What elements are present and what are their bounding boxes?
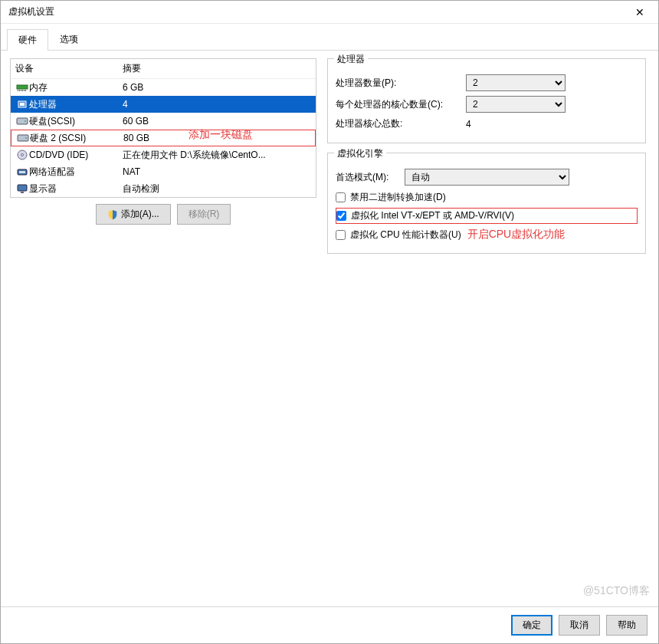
svg-rect-4 <box>22 90 23 91</box>
cb-vt-row[interactable]: 虚拟化 Intel VT-x/EPT 或 AMD-V/RVI(V) <box>336 208 638 224</box>
device-summary: 正在使用文件 D:\系统镜像\CentO... <box>123 149 311 162</box>
device-summary: 4 <box>123 99 311 110</box>
device-panel: 设备 摘要 内存6 GB处理器4硬盘(SCSI)60 GB硬盘 2 (SCSI)… <box>10 58 316 198</box>
display-icon <box>15 183 29 194</box>
mode-select[interactable]: 自动 <box>405 169 569 186</box>
annotation-enable-vt: 开启CPU虚拟化功能 <box>467 228 566 242</box>
ok-button[interactable]: 确定 <box>511 615 552 636</box>
cb-vt[interactable] <box>336 211 346 221</box>
svg-rect-2 <box>19 90 20 91</box>
device-row-memory[interactable]: 内存6 GB <box>11 79 316 96</box>
svg-point-12 <box>25 137 27 139</box>
svg-rect-6 <box>25 90 26 91</box>
cb-perf-row[interactable]: 虚拟化 CPU 性能计数器(U) 开启CPU虚拟化功能 <box>336 227 638 242</box>
bottom-bar: 确定 取消 帮助 <box>1 606 658 643</box>
cb-disable-binary-label: 禁用二进制转换加速(D) <box>350 191 446 204</box>
device-row-disk[interactable]: 硬盘 2 (SCSI)80 GB <box>11 130 316 146</box>
close-icon[interactable]: ✕ <box>625 6 655 18</box>
right-panel: 处理器 处理器数量(P): 2 每个处理器的核心数量(C): 2 处理器核心总数… <box>324 58 649 599</box>
cpu-icon <box>15 99 29 110</box>
cores-label: 每个处理器的核心数量(C): <box>336 98 466 111</box>
mode-label: 首选模式(M): <box>336 171 405 184</box>
add-button[interactable]: 添加(A)... <box>96 204 171 225</box>
window-title: 虚拟机设置 <box>8 5 625 18</box>
device-name: 网络适配器 <box>29 166 123 179</box>
virt-legend: 虚拟化引擎 <box>334 147 386 160</box>
device-name: 内存 <box>29 81 123 94</box>
memory-icon <box>15 82 29 93</box>
titlebar: 虚拟机设置 ✕ <box>1 1 658 24</box>
device-row-disk[interactable]: 硬盘(SCSI)60 GB <box>11 113 316 130</box>
svg-rect-1 <box>18 90 18 91</box>
device-row-cd[interactable]: CD/DVD (IDE)正在使用文件 D:\系统镜像\CentO... <box>11 146 316 163</box>
cd-icon <box>15 150 29 160</box>
cb-disable-binary-row[interactable]: 禁用二进制转换加速(D) <box>336 190 638 205</box>
svg-rect-18 <box>21 192 24 193</box>
disk-icon <box>15 116 29 127</box>
device-summary: 自动检测 <box>123 182 311 196</box>
vm-settings-window: 虚拟机设置 ✕ 硬件 选项 设备 摘要 内存6 GB处理器4硬盘(SCSI)60… <box>0 0 659 644</box>
cb-perf[interactable] <box>336 230 346 240</box>
tab-bar: 硬件 选项 <box>1 25 658 51</box>
shield-icon <box>107 209 118 220</box>
device-name: 硬盘 2 (SCSI) <box>30 132 123 145</box>
svg-rect-0 <box>17 85 28 89</box>
total-label: 处理器核心总数: <box>336 117 466 130</box>
svg-point-10 <box>25 120 26 122</box>
annotation-add-disk: 添加一块磁盘 <box>189 128 253 142</box>
svg-rect-5 <box>24 90 25 91</box>
cb-perf-label: 虚拟化 CPU 性能计数器(U) <box>350 228 461 242</box>
virt-engine-group: 虚拟化引擎 首选模式(M): 自动 禁用二进制转换加速(D) 虚拟化 Intel… <box>327 153 646 254</box>
cores-select[interactable]: 2 <box>466 96 566 113</box>
cb-vt-label: 虚拟化 Intel VT-x/EPT 或 AMD-V/RVI(V) <box>351 209 514 222</box>
device-list-header: 设备 摘要 <box>11 59 316 79</box>
device-list: 设备 摘要 内存6 GB处理器4硬盘(SCSI)60 GB硬盘 2 (SCSI)… <box>11 59 316 197</box>
add-button-label: 添加(A)... <box>121 208 159 221</box>
disk-icon <box>16 133 30 143</box>
svg-rect-3 <box>21 90 21 91</box>
device-summary: 60 GB <box>123 116 311 127</box>
device-name: CD/DVD (IDE) <box>29 150 123 160</box>
svg-point-14 <box>21 154 24 156</box>
remove-button: 移除(R) <box>177 204 231 225</box>
proc-count-label: 处理器数量(P): <box>336 77 466 90</box>
device-name: 硬盘(SCSI) <box>29 115 123 128</box>
net-icon <box>15 166 29 177</box>
help-button[interactable]: 帮助 <box>606 615 648 636</box>
tab-hardware[interactable]: 硬件 <box>7 29 48 51</box>
tab-options[interactable]: 选项 <box>48 28 90 50</box>
cancel-button[interactable]: 取消 <box>559 615 600 636</box>
cb-disable-binary[interactable] <box>336 192 346 202</box>
device-row-net[interactable]: 网络适配器NAT <box>11 163 316 180</box>
device-name: 显示器 <box>29 182 123 196</box>
watermark: @51CTO博客 <box>583 584 650 598</box>
device-summary: NAT <box>123 166 311 177</box>
device-row-cpu[interactable]: 处理器4 <box>11 96 316 113</box>
device-buttons: 添加(A)... 移除(R) <box>10 198 316 231</box>
total-value: 4 <box>466 119 638 130</box>
col-summary: 摘要 <box>123 62 141 75</box>
device-name: 处理器 <box>29 98 123 111</box>
device-summary: 6 GB <box>123 82 311 93</box>
svg-rect-8 <box>20 103 25 106</box>
proc-count-select[interactable]: 2 <box>466 74 566 91</box>
processor-group: 处理器 处理器数量(P): 2 每个处理器的核心数量(C): 2 处理器核心总数… <box>327 58 646 143</box>
processor-legend: 处理器 <box>334 53 368 66</box>
device-row-display[interactable]: 显示器自动检测 <box>11 180 316 197</box>
col-device: 设备 <box>15 62 123 75</box>
svg-rect-16 <box>19 171 25 173</box>
content-area: 设备 摘要 内存6 GB处理器4硬盘(SCSI)60 GB硬盘 2 (SCSI)… <box>1 51 658 606</box>
svg-rect-17 <box>18 185 27 191</box>
